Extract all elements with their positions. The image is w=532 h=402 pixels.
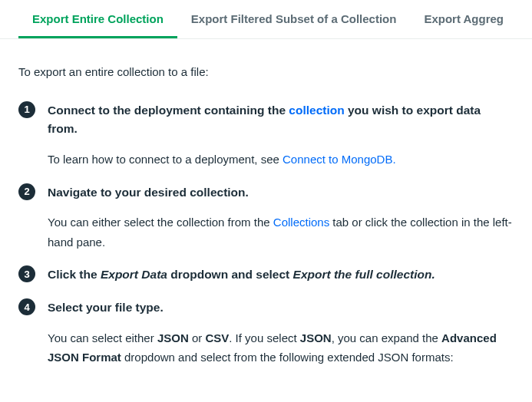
step-4-body: You can select either JSON or CSV. If yo… xyxy=(48,328,514,367)
step-3: Click the Export Data dropdown and selec… xyxy=(18,265,514,285)
tab-content: To export an entire collection to a file… xyxy=(0,39,532,367)
tabs-bar: Export Entire Collection Export Filtered… xyxy=(0,0,532,39)
csv-label: CSV xyxy=(205,331,229,344)
step-3-title: Click the Export Data dropdown and selec… xyxy=(48,265,514,285)
collection-link[interactable]: collection xyxy=(289,104,344,117)
step-2-body: You can either select the collection fro… xyxy=(48,213,514,252)
collections-link[interactable]: Collections xyxy=(273,216,329,229)
tab-export-aggreg[interactable]: Export Aggreg xyxy=(410,0,517,38)
tab-export-entire[interactable]: Export Entire Collection xyxy=(18,0,177,38)
connect-mongodb-link[interactable]: Connect to MongoDB. xyxy=(283,153,396,166)
step-4: Select your file type. You can select ei… xyxy=(18,298,514,367)
export-data-label: Export Data xyxy=(101,268,167,281)
intro-text: To export an entire collection to a file… xyxy=(18,64,514,81)
step-2: Navigate to your desired collection. You… xyxy=(18,183,514,252)
json-label-2: JSON xyxy=(300,331,332,344)
step-4-title: Select your file type. xyxy=(48,298,514,318)
step-1-title: Connect to the deployment containing the… xyxy=(48,101,514,140)
tab-export-filtered[interactable]: Export Filtered Subset of a Collection xyxy=(177,0,411,38)
step-2-title: Navigate to your desired collection. xyxy=(48,183,514,203)
export-full-collection-label: Export the full collection. xyxy=(293,268,435,281)
steps-list: Connect to the deployment containing the… xyxy=(18,101,514,367)
step-1: Connect to the deployment containing the… xyxy=(18,101,514,170)
json-label: JSON xyxy=(157,331,189,344)
step-1-body: To learn how to connect to a deployment,… xyxy=(48,150,514,170)
